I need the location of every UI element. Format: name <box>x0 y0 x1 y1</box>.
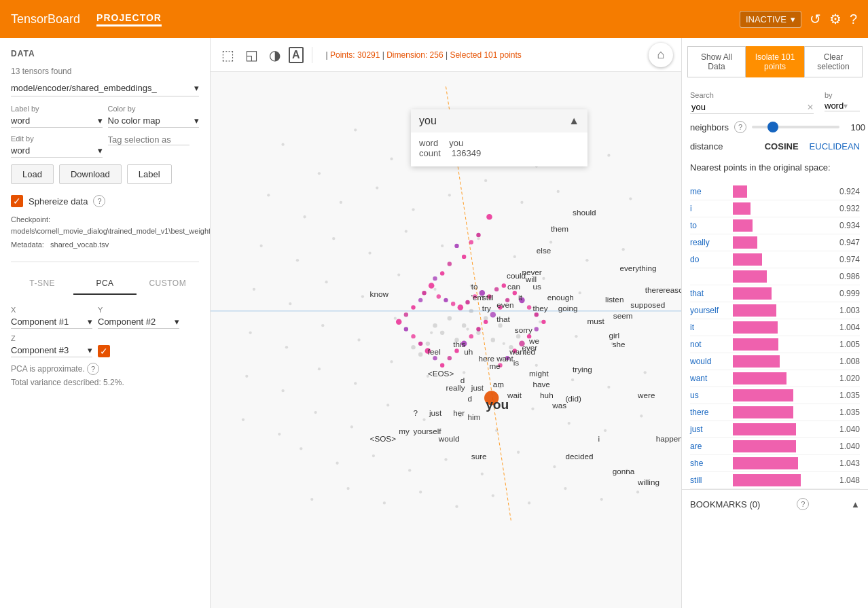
label-wait: wait <box>507 391 522 399</box>
label-by-select[interactable]: word ▾ <box>11 114 103 128</box>
nearest-word[interactable]: me <box>690 187 727 196</box>
home-button[interactable]: ⌂ <box>649 43 673 67</box>
svg-point-54 <box>245 375 248 378</box>
nearest-word[interactable]: do <box>690 255 727 264</box>
nearest-bar-container <box>733 287 830 300</box>
nearest-word[interactable]: yourself <box>690 306 727 315</box>
nearest-word[interactable]: to <box>690 221 727 230</box>
svg-point-46 <box>357 338 360 341</box>
nearest-bar <box>733 304 776 317</box>
clear-search-icon[interactable]: ✕ <box>807 103 814 112</box>
svg-point-90 <box>383 501 386 504</box>
bookmarks-collapse-icon[interactable]: ▲ <box>851 499 860 509</box>
label-button[interactable]: Label <box>127 164 172 184</box>
svg-point-28 <box>513 255 516 258</box>
nearest-score: 0.986 <box>835 272 860 281</box>
svg-point-58 <box>390 360 393 363</box>
data-section-title: DATA <box>11 49 199 58</box>
svg-point-113 <box>486 214 492 220</box>
tab-custom[interactable]: CUSTOM <box>137 273 199 295</box>
edit-by-select[interactable]: word ▾ <box>11 144 103 158</box>
svg-point-91 <box>419 490 422 493</box>
nav-projector[interactable]: PROJECTOR <box>96 12 162 26</box>
x-axis-select[interactable]: Component #1 ▾ <box>11 315 92 329</box>
bookmarks-help-icon[interactable]: ? <box>797 498 809 510</box>
label-i-label: i <box>598 434 600 443</box>
nearest-word[interactable]: would <box>690 357 727 366</box>
clear-selection-button[interactable]: Clear selection <box>804 46 863 77</box>
selection-rect-icon[interactable]: ⬚ <box>219 44 237 66</box>
nearest-word[interactable]: really <box>690 238 727 247</box>
neighbors-label: neighbors <box>690 122 729 132</box>
toolbar: ⬚ ◱ ◑ A | Points: 30291 | Dimension: 256… <box>211 38 681 72</box>
tab-pca[interactable]: PCA <box>73 273 136 295</box>
nearest-word[interactable]: us <box>690 391 727 400</box>
nearest-word[interactable]: not <box>690 340 727 349</box>
svg-point-9 <box>607 154 610 156</box>
neighbors-help-icon[interactable]: ? <box>734 121 746 133</box>
nearest-word[interactable]: i <box>690 204 727 213</box>
nearest-list-item: us 1.035 <box>690 387 860 404</box>
help-icon[interactable]: ? <box>850 12 857 27</box>
sphereize-checkbox[interactable]: ✓ <box>11 195 23 207</box>
nearest-word[interactable]: there <box>690 408 727 417</box>
load-button[interactable]: Load <box>11 164 54 184</box>
nearest-word[interactable]: still <box>690 476 727 485</box>
nearest-word[interactable]: she <box>690 459 727 468</box>
download-button[interactable]: Download <box>59 164 122 184</box>
isolate-button[interactable]: Isolate 101 points <box>746 46 804 77</box>
nearest-score: 1.020 <box>835 374 860 383</box>
svg-point-82 <box>444 458 447 461</box>
nearest-word[interactable]: it <box>690 323 727 332</box>
label-huh: huh <box>540 391 554 399</box>
nearest-bar-container <box>733 389 830 401</box>
neighbors-slider[interactable] <box>752 126 839 128</box>
sphereize-help-icon[interactable]: ? <box>93 195 105 207</box>
z-axis-select[interactable]: Component #3 ▾ <box>11 344 92 357</box>
label-them: them <box>551 224 568 233</box>
svg-point-56 <box>318 368 321 370</box>
pca-help-icon[interactable]: ? <box>87 363 99 375</box>
canvas-area[interactable]: should them else reason everything never… <box>211 72 681 608</box>
color-by-label: Color by <box>108 105 200 113</box>
euclidean-option[interactable]: EUCLIDEAN <box>810 141 860 151</box>
chevron-down-icon: ▾ <box>98 145 103 156</box>
settings-icon[interactable]: ⚙ <box>829 11 842 27</box>
tag-selection-input[interactable] <box>108 135 189 145</box>
label-would: would <box>438 434 460 443</box>
label-seem: seem <box>613 311 633 320</box>
label-it: it <box>518 293 523 302</box>
show-all-button[interactable]: Show All Data <box>687 46 746 77</box>
nearest-word[interactable]: that <box>690 289 727 298</box>
nearest-score: 1.035 <box>835 391 860 400</box>
svg-point-136 <box>396 319 402 325</box>
svg-point-31 <box>622 248 625 251</box>
night-mode-icon[interactable]: ◑ <box>266 44 283 66</box>
z-checkbox[interactable]: ✓ <box>98 345 110 357</box>
label-color-row: Label by word ▾ Color by No color map ▾ <box>11 105 199 128</box>
search-input[interactable] <box>690 101 807 113</box>
nearest-bar <box>733 355 780 368</box>
selection-lasso-icon[interactable]: ◱ <box>242 44 261 66</box>
nearest-score: 1.043 <box>835 459 860 468</box>
nearest-bar-container <box>733 270 830 283</box>
points-count: Points: 30291 <box>330 50 380 60</box>
label-toggle-icon[interactable]: A <box>289 47 304 63</box>
label-enough: enough <box>547 293 574 302</box>
tensor-model-select[interactable]: model/encoder/shared_embeddings_ ▾ <box>11 80 199 96</box>
svg-point-102 <box>462 323 466 327</box>
cosine-option[interactable]: COSINE <box>765 141 799 151</box>
z-axis-row: Z Component #3 ▾ ✓ <box>11 334 199 357</box>
refresh-icon[interactable]: ↺ <box>810 11 821 27</box>
svg-point-119 <box>440 271 444 275</box>
nearest-word[interactable]: are <box>690 442 727 451</box>
tab-tsne[interactable]: T-SNE <box>11 273 73 295</box>
status-selector[interactable]: INACTIVE ▾ <box>740 11 801 28</box>
popup-collapse-icon[interactable]: ▲ <box>568 115 579 127</box>
metadata-info: Metadata: shared_vocab.tsv <box>11 239 199 251</box>
y-axis-select[interactable]: Component #2 ▾ <box>98 315 179 329</box>
color-by-select[interactable]: No color map ▾ <box>108 114 200 128</box>
nearest-bar-container <box>733 457 830 469</box>
nearest-word[interactable]: just <box>690 425 727 434</box>
nearest-word[interactable]: want <box>690 374 727 383</box>
